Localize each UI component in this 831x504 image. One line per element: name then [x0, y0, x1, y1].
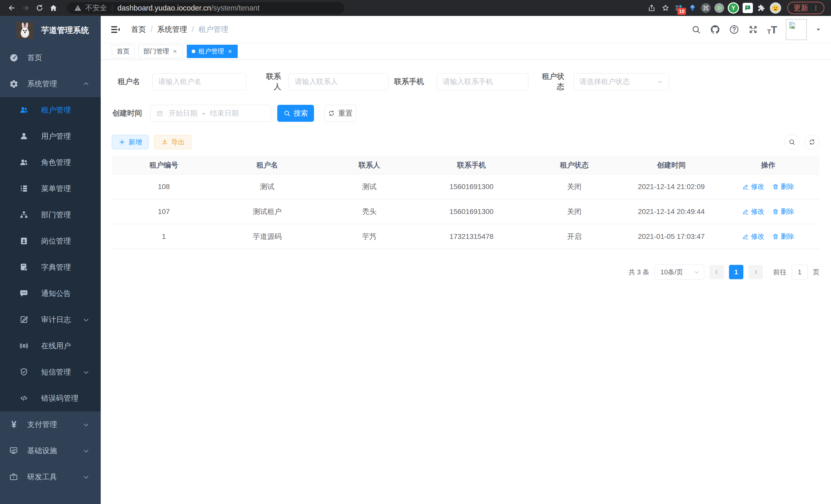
fullscreen-icon[interactable]	[748, 24, 758, 35]
delete-link[interactable]: 删除	[772, 207, 794, 216]
browser-forward-icon[interactable]	[21, 3, 31, 13]
browser-home-icon[interactable]	[48, 3, 59, 13]
extension-chat-icon[interactable]	[743, 3, 753, 13]
delete-link[interactable]: 删除	[772, 232, 794, 241]
extension-y-icon[interactable]: Y	[728, 2, 739, 13]
sidebar-item-dict[interactable]: 字典管理	[0, 254, 101, 280]
cell-tenant-id: 107	[112, 208, 216, 216]
tags-view-bar: 首页 部门管理 租户管理	[101, 43, 831, 60]
sidebar-item-label: 错误码管理	[41, 393, 101, 404]
col-tenant-name: 租户名	[216, 160, 319, 170]
plus-icon	[118, 139, 126, 146]
font-size-icon[interactable]: TT	[767, 24, 778, 35]
export-button[interactable]: 导出	[154, 135, 192, 149]
cell-created: 2021-12-14 20:49:44	[626, 208, 717, 216]
table-row: 1 芋道源码 芋艿 17321315478 开启 2021-01-05 17:0…	[112, 224, 820, 249]
cell-tenant-id: 108	[112, 183, 216, 191]
reset-button[interactable]: 重置	[324, 105, 356, 122]
trash-icon	[772, 233, 779, 240]
mobile-input[interactable]	[437, 73, 528, 90]
prev-page-button[interactable]	[710, 265, 724, 279]
sidebar-item-label: 研发工具	[27, 472, 82, 482]
tag-dept[interactable]: 部门管理	[139, 45, 183, 58]
tag-home[interactable]: 首页	[112, 45, 134, 58]
profile-emoji-icon[interactable]	[770, 2, 781, 13]
search-button[interactable]: 搜索	[277, 105, 314, 122]
user-menu-caret-icon[interactable]	[815, 26, 822, 33]
extensions-puzzle-icon[interactable]	[756, 3, 766, 13]
tag-tenant[interactable]: 租户管理	[187, 45, 238, 58]
date-range-picker[interactable]: 开始日期 - 结束日期	[150, 105, 271, 122]
edit-link[interactable]: 修改	[742, 207, 765, 216]
system-submenu: 租户管理 用户管理 角色管理 菜单管理	[0, 97, 101, 412]
sidebar-item-role[interactable]: 角色管理	[0, 149, 101, 176]
extension-dot-icon[interactable]	[714, 3, 724, 13]
tenant-name-input[interactable]	[152, 73, 246, 90]
edit-pen-icon	[742, 233, 749, 240]
sidebar-item-menu[interactable]: 菜单管理	[0, 176, 101, 202]
cell-contact: 测试	[319, 182, 420, 191]
sidebar-item-dev-tools[interactable]: 研发工具	[0, 464, 101, 490]
help-icon[interactable]	[729, 24, 740, 35]
extension-kite-icon[interactable]	[688, 3, 697, 13]
browser-back-icon[interactable]	[7, 3, 17, 13]
contact-label: 联系人	[261, 71, 281, 92]
sidebar-item-home[interactable]: 首页	[0, 45, 101, 71]
user-icon	[20, 132, 29, 141]
users-icon	[20, 106, 29, 115]
extension-tasks-icon[interactable]: 10	[674, 3, 684, 13]
refresh-table-button[interactable]	[805, 135, 820, 149]
page-size-select[interactable]: 10条/页	[655, 265, 704, 279]
sidebar-item-tenant[interactable]: 租户管理	[0, 97, 101, 123]
sidebar-item-user[interactable]: 用户管理	[0, 123, 101, 149]
chrome-update-button[interactable]: 更新	[787, 2, 824, 14]
avatar[interactable]	[786, 19, 807, 40]
status-label: 租户状态	[536, 71, 564, 92]
close-icon[interactable]	[227, 49, 233, 54]
kebab-menu-icon[interactable]	[812, 5, 819, 11]
search-icon[interactable]	[691, 24, 701, 35]
sidebar-item-audit-log[interactable]: 审计日志	[0, 307, 101, 333]
online-signal-icon	[20, 342, 29, 351]
sidebar-item-online-users[interactable]: 在线用户	[0, 333, 101, 359]
bookmark-star-icon[interactable]	[660, 3, 671, 13]
chevron-down-icon	[82, 316, 90, 324]
page-number-1[interactable]: 1	[729, 265, 743, 279]
sidebar-item-infra[interactable]: 基础设施	[0, 438, 101, 464]
cell-mobile: 15601691300	[420, 208, 523, 216]
github-icon[interactable]	[710, 24, 720, 35]
dashboard-gauge-icon	[9, 53, 19, 62]
sidebar-item-post[interactable]: 岗位管理	[0, 228, 101, 254]
app-logo-row[interactable]: 芋道管理系统	[0, 16, 101, 45]
add-button[interactable]: 新增	[112, 135, 148, 149]
edit-link[interactable]: 修改	[742, 232, 765, 241]
share-icon[interactable]	[647, 3, 657, 13]
sidebar-item-pay[interactable]: ¥ 支付管理	[0, 412, 101, 438]
delete-link[interactable]: 删除	[772, 182, 794, 191]
download-icon	[161, 139, 168, 146]
sidebar-item-notice[interactable]: 通知公告	[0, 280, 101, 307]
export-button-label: 导出	[171, 138, 185, 147]
sidebar-item-label: 在线用户	[41, 341, 101, 351]
shield-check-icon	[20, 367, 29, 377]
status-select[interactable]: 请选择租户状态	[574, 73, 669, 90]
next-page-button[interactable]	[748, 265, 763, 279]
sidebar-item-dept[interactable]: 部门管理	[0, 202, 101, 228]
sidebar-item-error-code[interactable]: 错误码管理	[0, 385, 101, 412]
edit-link[interactable]: 修改	[742, 182, 765, 191]
sidebar-item-system[interactable]: 系统管理	[0, 71, 101, 97]
goto-page-input[interactable]	[792, 265, 808, 279]
extension-badge: 10	[677, 8, 686, 15]
update-label: 更新	[794, 3, 808, 13]
address-bar[interactable]: 不安全 dashboard.yudao.iocoder.cn/system/te…	[67, 2, 344, 14]
extension-command-icon[interactable]	[701, 3, 711, 13]
sidebar-collapse-icon[interactable]	[110, 24, 121, 35]
close-icon[interactable]	[172, 49, 178, 54]
contact-input[interactable]	[289, 73, 389, 90]
toggle-search-button[interactable]	[784, 135, 799, 149]
breadcrumb-system[interactable]: 系统管理	[157, 24, 187, 35]
breadcrumb-home[interactable]: 首页	[131, 24, 146, 35]
browser-reload-icon[interactable]	[34, 3, 45, 13]
sidebar-item-sms[interactable]: 短信管理	[0, 359, 101, 385]
trash-icon	[772, 208, 779, 215]
